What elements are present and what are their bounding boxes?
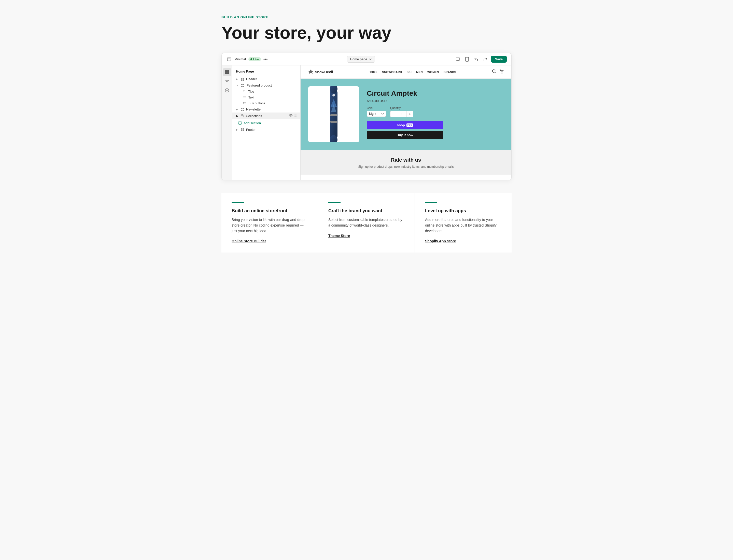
card-2-title: Craft the brand you want bbox=[328, 208, 404, 214]
add-section-label: Add section bbox=[244, 121, 261, 125]
color-select[interactable]: Night bbox=[367, 111, 386, 117]
svg-point-33 bbox=[290, 115, 291, 116]
svg-rect-45 bbox=[241, 130, 242, 131]
sidebar-apps-icon[interactable] bbox=[223, 86, 231, 94]
quantity-stepper[interactable]: − 1 + bbox=[390, 111, 413, 117]
mobile-view-icon[interactable] bbox=[463, 56, 471, 63]
text-lines-icon bbox=[243, 95, 246, 100]
store-name: SnowDevil bbox=[315, 70, 333, 74]
card-3-desc: Add more features and functionality to y… bbox=[425, 217, 501, 234]
store-logo: SnowDevil bbox=[308, 69, 333, 75]
svg-rect-26 bbox=[243, 102, 246, 104]
collection-handle-icon[interactable] bbox=[294, 114, 297, 118]
sidebar-title-label: Title bbox=[248, 90, 254, 93]
save-button[interactable]: Save bbox=[491, 56, 507, 63]
sidebar-item-collections[interactable]: ▶ Collections bbox=[232, 113, 300, 119]
svg-point-39 bbox=[296, 116, 296, 117]
header-arrow: ▶ bbox=[236, 78, 238, 80]
svg-rect-46 bbox=[243, 130, 244, 131]
shop-pay-label: shop bbox=[397, 123, 405, 127]
card-1-link[interactable]: Online Store Builder bbox=[232, 239, 266, 243]
editor-mock: Minimal Live ••• Home page bbox=[221, 53, 512, 180]
svg-rect-7 bbox=[225, 70, 227, 72]
title-text-icon: T bbox=[243, 90, 246, 93]
sidebar-item-buy-buttons[interactable]: Buy buttons bbox=[232, 101, 300, 106]
qty-increase-button[interactable]: + bbox=[406, 111, 413, 117]
svg-marker-47 bbox=[308, 69, 313, 74]
svg-rect-9 bbox=[225, 72, 227, 74]
sidebar-item-header[interactable]: ▶ Header bbox=[232, 76, 300, 82]
sidebar-item-title[interactable]: T Title bbox=[232, 89, 300, 94]
card-2-link[interactable]: Theme Store bbox=[328, 234, 350, 238]
svg-rect-17 bbox=[243, 79, 244, 81]
build-label: BUILD AN ONLINE STORE bbox=[221, 15, 512, 19]
nav-home[interactable]: HOME bbox=[369, 71, 377, 74]
svg-rect-0 bbox=[227, 58, 231, 61]
collection-eye-icon[interactable] bbox=[289, 114, 293, 118]
newsletter-arrow: ▶ bbox=[236, 108, 238, 111]
pay-badge: Pay bbox=[406, 123, 413, 127]
color-value: Night bbox=[369, 112, 376, 116]
cart-icon[interactable] bbox=[499, 69, 504, 75]
store-nav: HOME SNOWBOARD SKI MEN WOMEN BRANDS bbox=[369, 71, 456, 74]
svg-point-37 bbox=[296, 115, 296, 116]
nav-snowboard[interactable]: SNOWBOARD bbox=[382, 71, 402, 74]
nav-ski[interactable]: SKI bbox=[407, 71, 412, 74]
sidebar-customize-icon[interactable] bbox=[223, 77, 231, 85]
product-options: Color Night Quantity − bbox=[367, 106, 504, 117]
search-icon[interactable] bbox=[492, 69, 496, 75]
sidebar-item-newsletter[interactable]: ▶ Newsletter bbox=[232, 106, 300, 113]
card-accent-line-1 bbox=[232, 202, 244, 203]
logo-icon bbox=[308, 69, 313, 75]
product-name: Circuit Amptek bbox=[367, 89, 504, 97]
card-3-link[interactable]: Shopify App Store bbox=[425, 239, 456, 243]
editor-preview: SnowDevil HOME SNOWBOARD SKI MEN WOMEN B… bbox=[301, 65, 511, 180]
redo-icon[interactable] bbox=[482, 56, 489, 63]
card-3-title: Level up with apps bbox=[425, 208, 501, 214]
live-badge: Live bbox=[248, 57, 261, 61]
nav-men[interactable]: MEN bbox=[416, 71, 423, 74]
desktop-view-icon[interactable] bbox=[454, 56, 461, 63]
qty-decrease-button[interactable]: − bbox=[390, 111, 397, 117]
svg-point-34 bbox=[295, 115, 295, 115]
buy-now-button[interactable]: Buy it now bbox=[367, 131, 443, 139]
sidebar-item-footer[interactable]: ▶ Footer bbox=[232, 127, 300, 133]
undo-icon[interactable] bbox=[473, 56, 480, 63]
sidebar-add-section[interactable]: Add section bbox=[232, 119, 300, 127]
store-header-icons bbox=[492, 69, 504, 75]
preview-frame: SnowDevil HOME SNOWBOARD SKI MEN WOMEN B… bbox=[301, 65, 511, 180]
sidebar-item-text[interactable]: Text bbox=[232, 94, 300, 101]
main-headline: Your store, your way bbox=[221, 24, 512, 42]
sidebar-item-featured-product[interactable]: ▼ Featured product bbox=[232, 82, 300, 89]
editor-sidebar: Home Page ▶ Header ▼ bbox=[222, 65, 301, 180]
svg-rect-27 bbox=[241, 108, 242, 109]
svg-point-51 bbox=[502, 73, 503, 73]
svg-line-49 bbox=[495, 72, 496, 73]
sidebar-nav: Home Page ▶ Header ▼ bbox=[232, 65, 300, 180]
svg-point-55 bbox=[332, 94, 335, 96]
svg-rect-30 bbox=[243, 110, 244, 111]
sidebar-collections-label: Collections bbox=[246, 114, 262, 118]
shop-pay-button[interactable]: shop Pay bbox=[367, 121, 443, 129]
svg-point-48 bbox=[492, 70, 495, 73]
product-price: $500.00 USD bbox=[367, 99, 504, 103]
nav-brands[interactable]: BRANDS bbox=[444, 71, 456, 74]
page-selector[interactable]: Home page bbox=[347, 56, 375, 63]
color-label: Color bbox=[367, 106, 386, 109]
svg-rect-43 bbox=[241, 128, 242, 130]
store-header: SnowDevil HOME SNOWBOARD SKI MEN WOMEN B… bbox=[301, 65, 511, 79]
product-section: Circuit Amptek $500.00 USD Color Night bbox=[301, 79, 511, 150]
more-options-button[interactable]: ••• bbox=[263, 57, 268, 62]
nav-women[interactable]: WOMEN bbox=[427, 71, 439, 74]
featured-arrow: ▼ bbox=[236, 84, 238, 87]
back-icon[interactable] bbox=[226, 57, 232, 62]
color-option: Color Night bbox=[367, 106, 386, 117]
quantity-option: Quantity − 1 + bbox=[390, 106, 413, 117]
card-accent-line-2 bbox=[328, 202, 341, 203]
card-storefront: Build an online storefront Bring your vi… bbox=[221, 193, 318, 253]
svg-rect-8 bbox=[227, 70, 229, 72]
sidebar-header-label: Header bbox=[246, 77, 257, 81]
footer-grid-icon bbox=[241, 128, 244, 132]
svg-rect-18 bbox=[241, 84, 243, 85]
sidebar-sections-icon[interactable] bbox=[223, 68, 231, 76]
